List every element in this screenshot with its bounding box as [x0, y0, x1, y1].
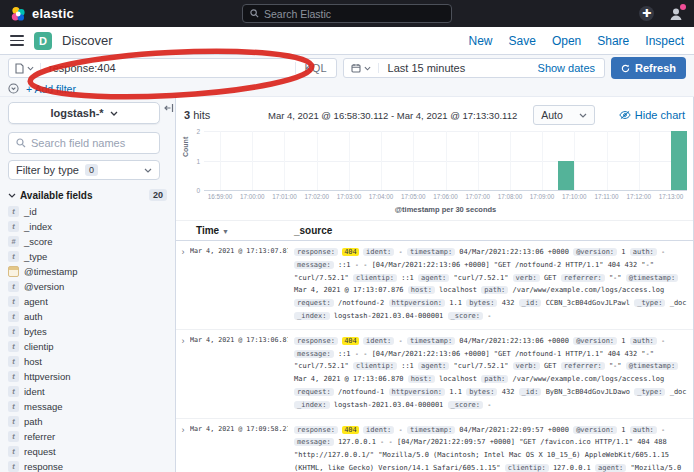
- field-key-badge: _index:: [294, 312, 330, 320]
- field-item-message[interactable]: tmessage: [8, 399, 167, 414]
- app-action-open[interactable]: Open: [552, 34, 581, 48]
- field-name: clientip: [24, 341, 54, 352]
- x-tick-label: 17:09:00: [530, 193, 555, 200]
- date-picker: Last 15 minutes Show dates: [343, 58, 605, 78]
- user-avatar[interactable]: [668, 6, 684, 22]
- field-item-response[interactable]: tresponse: [8, 459, 167, 472]
- field-key-badge: httpversion:: [389, 299, 446, 307]
- field-key-badge: ident:: [363, 248, 394, 256]
- field-item-path[interactable]: tpath: [8, 414, 167, 429]
- app-action-new[interactable]: New: [469, 34, 493, 48]
- highlighted-value: 404: [342, 248, 359, 256]
- query-input[interactable]: response:404 KQL: [8, 58, 337, 78]
- field-item-index[interactable]: t_index: [8, 219, 167, 234]
- time-range-value[interactable]: Last 15 minutes: [379, 62, 529, 74]
- expand-row-icon[interactable]: ›: [176, 246, 190, 323]
- y-tick-label: 1: [196, 157, 200, 164]
- field-key-badge: httpversion:: [389, 388, 446, 396]
- field-type-text-icon: t: [8, 341, 19, 352]
- field-key-badge: response:: [294, 248, 338, 256]
- app-action-inspect[interactable]: Inspect: [645, 34, 684, 48]
- field-name: host: [24, 356, 42, 367]
- add-filter-button[interactable]: + Add filter: [26, 83, 76, 95]
- x-tick-label: 17:13:00: [659, 193, 684, 200]
- index-pattern-label: logstash-*: [50, 107, 103, 119]
- x-tick-label: 17:12:00: [626, 193, 651, 200]
- index-pattern-selector[interactable]: logstash-*: [8, 102, 160, 124]
- gridline: [478, 131, 479, 190]
- query-text[interactable]: response:404: [41, 62, 295, 74]
- field-item-version[interactable]: t@version: [8, 279, 167, 294]
- hide-chart-button[interactable]: Hide chart: [619, 109, 685, 121]
- search-icon: [16, 138, 26, 148]
- documents-table: Time ▼ _source ›Mar 4, 2021 @ 17:13:07.8…: [176, 220, 693, 472]
- page-title: Discover: [62, 33, 113, 48]
- field-item-clientip[interactable]: tclientip: [8, 339, 167, 354]
- elastic-logo[interactable]: elastic: [10, 6, 74, 22]
- histogram-bar[interactable]: [558, 161, 574, 191]
- global-search-input[interactable]: Search Elastic: [242, 4, 452, 23]
- field-name: httpversion: [24, 371, 70, 382]
- field-key-badge: referrer:: [561, 274, 605, 282]
- field-name: _score: [24, 236, 53, 247]
- filter-by-type-count: 0: [85, 164, 98, 176]
- field-item-timestamp[interactable]: @timestamp: [8, 264, 167, 279]
- table-row: ›Mar 4, 2021 @ 17:13:07.876response: 404…: [176, 241, 693, 330]
- x-tick-label: 17:05:00: [401, 193, 426, 200]
- field-item-auth[interactable]: tauth: [8, 309, 167, 324]
- saved-query-menu-icon[interactable]: [9, 63, 41, 74]
- field-item-host[interactable]: thost: [8, 354, 167, 369]
- field-type-number-icon: #: [8, 236, 19, 247]
- field-key-badge: auth:: [630, 248, 657, 256]
- expand-row-icon[interactable]: ›: [176, 335, 190, 412]
- field-item-httpversion[interactable]: thttpversion: [8, 369, 167, 384]
- app-header: D Discover NewSaveOpenShareInspect: [0, 27, 694, 55]
- calendar-menu-button[interactable]: [344, 63, 379, 73]
- field-item-agent[interactable]: tagent: [8, 294, 167, 309]
- field-item-type[interactable]: t_type: [8, 249, 167, 264]
- field-item-ident[interactable]: tident: [8, 384, 167, 399]
- field-type-text-icon: t: [8, 461, 19, 472]
- filter-menu-icon[interactable]: [8, 83, 19, 94]
- field-item-score[interactable]: #_score: [8, 234, 167, 249]
- field-item-request[interactable]: trequest: [8, 444, 167, 459]
- row-time: Mar 4, 2021 @ 17:09:58.278: [190, 424, 288, 472]
- field-list: t_idt_index#_scoret_type@timestampt@vers…: [8, 204, 167, 472]
- menu-icon[interactable]: [10, 35, 24, 45]
- x-tick-label: 17:06:00: [433, 193, 458, 200]
- field-search-input[interactable]: Search field names: [8, 132, 160, 154]
- available-fields-count: 20: [149, 189, 167, 201]
- field-item-referrer[interactable]: treferrer: [8, 429, 167, 444]
- interval-value: Auto: [541, 109, 563, 121]
- available-fields-header[interactable]: Available fields 20: [8, 189, 167, 201]
- chevron-down-icon: [110, 111, 118, 116]
- refresh-button[interactable]: Refresh: [611, 57, 686, 79]
- show-dates-button[interactable]: Show dates: [529, 62, 604, 74]
- query-language-button[interactable]: KQL: [295, 62, 336, 74]
- column-header-time[interactable]: Time ▼: [176, 225, 288, 236]
- chart-plot-area[interactable]: 012: [204, 131, 687, 191]
- calendar-icon: [351, 63, 361, 73]
- interval-select[interactable]: Auto: [533, 105, 595, 125]
- y-axis-label: Count: [182, 137, 189, 157]
- gridline: [413, 131, 414, 190]
- hits-count: 3 hits: [184, 109, 262, 121]
- field-item-id[interactable]: t_id: [8, 204, 167, 219]
- expand-row-icon[interactable]: ›: [176, 424, 190, 472]
- filter-by-type-toggle[interactable]: Filter by type 0: [8, 160, 160, 180]
- app-action-share[interactable]: Share: [597, 34, 629, 48]
- collapse-sidebar-icon[interactable]: [164, 103, 174, 113]
- app-actions: NewSaveOpenShareInspect: [469, 34, 684, 48]
- field-key-badge: _index:: [294, 401, 330, 409]
- app-action-save[interactable]: Save: [509, 34, 536, 48]
- field-item-bytes[interactable]: tbytes: [8, 324, 167, 339]
- gridline: [446, 131, 447, 190]
- field-type-text-icon: t: [8, 416, 19, 427]
- help-icon[interactable]: ✚: [639, 6, 654, 21]
- field-name: auth: [24, 311, 43, 322]
- histogram-bar[interactable]: [671, 131, 687, 190]
- field-type-text-icon: t: [8, 251, 19, 262]
- discover-app-badge: D: [34, 32, 52, 50]
- time-range-display: Mar 4, 2021 @ 16:58:30.112 - Mar 4, 2021…: [268, 110, 517, 121]
- row-source: response: 404 ident: - timestamp: 04/Mar…: [288, 335, 693, 412]
